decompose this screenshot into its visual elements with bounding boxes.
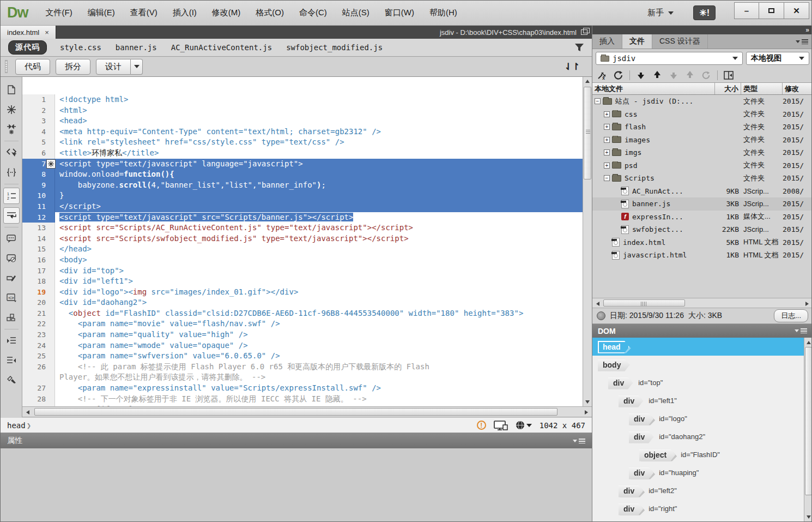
open-documents-icon[interactable] <box>3 82 20 98</box>
sync-icon[interactable] <box>701 70 712 81</box>
dom-tag-pill[interactable]: div <box>619 503 643 515</box>
dom-tag-pill[interactable]: div <box>619 395 643 407</box>
code-line-1[interactable]: 1<!doctype html> <box>22 94 583 105</box>
file-row-expressin-[interactable]: fexpressIn...1KB媒体文...2015/ <box>592 211 812 224</box>
dom-item-div-idleft1[interactable]: divid="left1" <box>592 392 804 410</box>
preview-monitor-icon[interactable] <box>494 421 508 430</box>
code-line-28[interactable]: 28 <!-- 下一个对象标签用于非 IE 浏览器。所以使用 IECC 将其从 … <box>22 394 583 405</box>
related-file-swfobject-modified-js[interactable]: swfobject_modified.js <box>286 43 383 52</box>
tag-selector-head[interactable]: head❯ <box>7 421 31 430</box>
code-line-22[interactable]: 22 <param name="movie" value="flash/nav.… <box>22 319 583 329</box>
file-row-index-html[interactable]: index.html5KBHTML 文档2015/ <box>592 236 812 249</box>
dom-item-object-idFlashID[interactable]: objectid="FlashID" <box>592 446 804 464</box>
menu-item-commands[interactable]: 命令(C) <box>292 1 335 25</box>
expand-icon[interactable]: + <box>604 124 610 130</box>
dom-item-head[interactable]: head <box>592 338 804 356</box>
file-row-scripts[interactable]: −Scripts文件夹2015/ <box>592 172 812 185</box>
collapse-icon[interactable]: − <box>595 98 601 104</box>
design-view-dropdown[interactable] <box>131 59 143 75</box>
code-view-button[interactable]: 代码 <box>15 59 50 75</box>
file-row-images[interactable]: +images文件夹2015/ <box>592 134 812 147</box>
restore-window-icon[interactable] <box>581 29 587 35</box>
file-row-css[interactable]: +css文件夹2015/ <box>592 108 812 121</box>
dom-tag-pill[interactable]: object <box>639 449 675 461</box>
dom-tag-pill[interactable]: div <box>629 467 653 479</box>
dom-item-div-idhuaping[interactable]: divid="huaping" <box>592 464 804 482</box>
code-line-7[interactable]: 7<script type="text/javascript" language… <box>22 159 583 170</box>
collapse-marker-icon[interactable] <box>46 159 56 169</box>
put-files-icon[interactable] <box>652 70 663 81</box>
code-line-25[interactable]: 25 <param name="swfversion" value="6.0.6… <box>22 351 583 362</box>
design-view-button[interactable]: 设计 <box>96 59 131 75</box>
code-line-19[interactable]: 19<div id="logo"><img src="images/index_… <box>22 287 583 298</box>
expand-icon[interactable]: + <box>604 137 610 143</box>
code-line-23[interactable]: 23 <param name="quality" value="high" /> <box>22 329 583 340</box>
dom-item-div-idright[interactable]: divid="right" <box>592 500 804 518</box>
code-line-2[interactable]: 2<html> <box>22 105 583 116</box>
menu-item-insert[interactable]: 插入(I) <box>165 1 204 25</box>
dom-item-div-idtop[interactable]: divid="top" <box>592 374 804 392</box>
panel-menu-icon[interactable] <box>573 439 585 443</box>
code-line-12[interactable]: 12<script type="text/javascript" src="Sc… <box>22 212 583 223</box>
remove-comment-icon[interactable] <box>3 250 20 267</box>
menu-item-format[interactable]: 格式(O) <box>248 1 292 25</box>
sync-settings-button[interactable]: ✳! <box>693 5 716 20</box>
expand-icon[interactable]: + <box>604 149 610 155</box>
workspace-mode-button[interactable]: 新手 <box>642 5 679 20</box>
line-numbers-icon[interactable]: 12 <box>3 188 20 204</box>
code-line-3[interactable]: 3<head> <box>22 116 583 127</box>
validation-warning-icon[interactable]: ! <box>477 421 486 430</box>
code-line-24[interactable]: 24 <param name="wmode" value="opaque" /> <box>22 340 583 351</box>
window-size-value[interactable]: 1042 x 467 <box>540 421 585 430</box>
close-tab-icon[interactable]: × <box>45 28 49 37</box>
code-line-11[interactable]: 11</script> <box>22 201 583 212</box>
file-row--jsdiv-d-[interactable]: −站点 - jsdiv (D:...文件夹2015/ <box>592 95 812 108</box>
code-editor[interactable]: 1<!doctype html>2<html>3<head>4<meta htt… <box>22 77 583 406</box>
code-line-18[interactable]: 18<div id="left1"> <box>22 276 583 287</box>
column-header-type[interactable]: 类型 <box>741 83 783 94</box>
word-wrap-icon[interactable] <box>3 207 20 224</box>
collapse-icon[interactable]: − <box>604 175 610 181</box>
indent-code-icon[interactable] <box>3 333 20 349</box>
code-line-5[interactable]: 5<link rel="stylesheet" href="css/style.… <box>22 137 583 148</box>
dom-item-div-iddaohang2[interactable]: divid="daohang2" <box>592 428 804 446</box>
code-line-27[interactable]: 27 <param name="expressinstall" value="S… <box>22 383 583 394</box>
code-line-10[interactable]: 10} <box>22 190 583 201</box>
close-button[interactable]: ✕ <box>784 2 809 19</box>
column-header-size[interactable]: 大小 <box>715 83 741 94</box>
dom-tag-pill[interactable]: div <box>629 413 653 425</box>
edit-tag-icon[interactable] <box>3 270 20 286</box>
dom-tag-pill[interactable]: div <box>619 485 643 497</box>
scrollbar-thumb[interactable] <box>603 299 685 307</box>
code-line-17[interactable]: 17<div id="top"> <box>22 266 583 277</box>
dom-tag-pill[interactable]: body <box>598 359 629 371</box>
format-source-code-icon[interactable] <box>3 372 20 388</box>
files-horizontal-scrollbar[interactable] <box>592 298 812 308</box>
document-tab-index-html[interactable]: index.html × <box>1 26 56 39</box>
file-row-imgs[interactable]: +imgs文件夹2015/ <box>592 146 812 159</box>
scrollbar-thumb[interactable] <box>584 87 591 179</box>
menu-item-window[interactable]: 窗口(W) <box>377 1 422 25</box>
editor-vertical-scrollbar[interactable] <box>583 77 592 406</box>
dom-item-div-idleft2[interactable]: divid="left2" <box>592 482 804 500</box>
related-file-banner-js[interactable]: banner.js <box>116 43 157 52</box>
menu-item-view[interactable]: 查看(V) <box>123 1 165 25</box>
column-header-modified[interactable]: 修改 <box>783 83 812 94</box>
dom-item-body[interactable]: body <box>592 356 804 374</box>
filter-icon[interactable] <box>574 43 584 52</box>
live-code-icon[interactable] <box>3 101 20 118</box>
related-file-ac-runactivecontent-js[interactable]: AC_RunActiveContent.js <box>171 43 272 52</box>
editor-horizontal-scrollbar[interactable] <box>22 406 592 417</box>
get-files-icon[interactable] <box>635 70 646 81</box>
scroll-down-icon[interactable] <box>583 398 592 406</box>
check-out-icon[interactable] <box>668 70 679 81</box>
collapse-selection-icon[interactable] <box>3 121 20 137</box>
code-line-26[interactable]: 26 <!-- 此 param 标签提示使用 Flash Player 6.0 … <box>22 362 583 373</box>
code-line-20[interactable]: 20<div id="daohang2"> <box>22 297 583 308</box>
scrollbar-thumb[interactable] <box>805 347 812 495</box>
dom-vertical-scrollbar[interactable] <box>804 338 812 522</box>
connect-server-icon[interactable]: x <box>597 70 608 81</box>
panel-tab-insert[interactable]: 插入 <box>592 34 622 49</box>
scroll-up-icon[interactable] <box>583 77 592 86</box>
code-line-21[interactable]: 21 <object id="FlashID" classid="clsid:D… <box>22 308 583 319</box>
